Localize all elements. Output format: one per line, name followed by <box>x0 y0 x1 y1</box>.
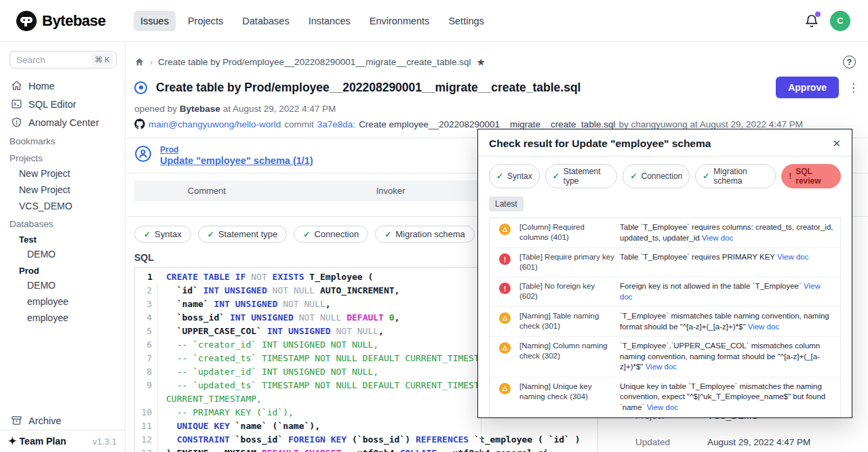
error-icon: ! <box>499 283 511 294</box>
nav-item-projects[interactable]: Projects <box>181 11 230 31</box>
sidebar-item-archive[interactable]: Archive <box>0 411 125 430</box>
check-pill-syntax[interactable]: ✓Syntax <box>134 226 191 243</box>
breadcrumb-text[interactable]: Create table by Prod/employee__202208290… <box>158 57 471 67</box>
rule-detail: Unique key in table `T_Employee` mismatc… <box>620 382 833 413</box>
projects-header: Projects <box>0 148 125 165</box>
home-icon[interactable] <box>134 57 144 67</box>
column-header-invoker: Invoker <box>279 186 502 196</box>
sidebar-item-sql-editor[interactable]: SQL Editor <box>0 95 125 113</box>
warning-icon <box>499 224 511 235</box>
stage-task-link[interactable]: Update "employee" schema (1/1) <box>160 155 313 166</box>
issue-author: Bytebase <box>180 104 220 114</box>
check-pill-connection[interactable]: ✓Connection <box>623 164 690 188</box>
updated-label: Updated <box>635 437 670 447</box>
check-result-row: ![Table] Require primary key (601)Table … <box>490 247 840 276</box>
check-pill-migration-schema[interactable]: ✓Migration schema <box>375 226 475 243</box>
check-result-row: [Naming] Table naming check (301)`T_Empl… <box>490 306 840 336</box>
error-icon: ! <box>499 253 511 265</box>
main-nav: IssuesProjectsDatabasesInstancesEnvironm… <box>134 11 491 31</box>
opened-by-line: opened by Bytebase at August 29, 2022 4:… <box>126 98 868 114</box>
commit-hash-link[interactable]: 3a7e8da: <box>317 119 355 129</box>
search-shortcut-badge: ⌘ K <box>92 54 113 66</box>
rule-name: [Table] No foreign key (602) <box>519 281 620 302</box>
close-icon[interactable]: ✕ <box>832 138 841 150</box>
check-result-row: ![Table] No foreign key (602)Foreign key… <box>490 276 840 306</box>
sql-line: 13) ENGINE = MYISAM DEFAULT CHARSET = ut… <box>135 447 597 452</box>
version-label: v1.3.1 <box>93 436 117 447</box>
topnav-right: C <box>804 11 868 31</box>
nav-item-issues[interactable]: Issues <box>134 11 176 31</box>
stage-env-link[interactable]: Prod <box>160 145 313 155</box>
check-result-list: [Column] Required columns (401)Table `T_… <box>489 218 841 418</box>
help-icon[interactable]: ? <box>843 56 856 68</box>
rule-detail: Foreign key is not allowed in the table … <box>620 281 833 302</box>
notifications-bell-icon[interactable] <box>804 14 819 28</box>
more-actions-icon[interactable]: ⋮ <box>848 85 857 91</box>
view-doc-link[interactable]: View doc <box>748 323 779 331</box>
approve-button[interactable]: Approve <box>776 77 839 98</box>
sidebar-nav: HomeSQL EditorAnomaly CenterBookmarksPro… <box>0 75 125 326</box>
issue-title: Create table by Prod/employee__202208290… <box>156 81 580 95</box>
rule-detail: `T_Employee`.`UPPER_CASE_COL` mismatches… <box>620 341 833 373</box>
commit-message: Create employee__202208290001__migrate__… <box>359 119 615 129</box>
modal-check-pills: ✓Syntax✓Statement type✓Connection✓Migrat… <box>478 157 852 188</box>
sidebar-db-item[interactable]: DEMO <box>0 246 125 262</box>
check-icon: ✓ <box>496 171 503 181</box>
check-result-modal: Check result for Update "employee" schem… <box>477 129 852 418</box>
home-icon <box>11 80 22 91</box>
sidebar-item-home[interactable]: Home <box>0 77 125 95</box>
check-pill-sql-review[interactable]: !SQL review <box>781 164 841 188</box>
modal-title: Check result for Update "employee" schem… <box>489 138 711 150</box>
rule-name: [Column] Required columns (401) <box>519 222 620 243</box>
bytebase-logo-icon <box>16 11 37 31</box>
view-doc-link[interactable]: View doc <box>647 403 678 411</box>
nav-item-environments[interactable]: Environments <box>363 11 437 31</box>
check-pill-migration-schema[interactable]: ✓Migration schema <box>695 164 776 188</box>
archive-box-icon <box>11 415 22 426</box>
check-pill-statement-type[interactable]: ✓Statement type <box>545 164 618 188</box>
commit-branch-link[interactable]: main@changyuwong/hello-world <box>149 119 281 129</box>
view-doc-link[interactable]: View doc <box>646 363 677 371</box>
sidebar-db-item[interactable]: DEMO <box>0 277 125 293</box>
warning-icon <box>499 342 511 354</box>
latest-button[interactable]: Latest <box>489 197 524 211</box>
bytebase-app: Bytebase IssuesProjectsDatabasesInstance… <box>0 0 868 452</box>
sidebar-item-anomaly-center[interactable]: Anomaly Center <box>0 113 125 131</box>
plan-footer[interactable]: ✦ Team Plan v1.3.1 <box>0 430 125 452</box>
databases-header: Databases <box>0 214 125 231</box>
rule-detail: Table `T_Employee` requires PRIMARY KEY … <box>620 252 833 272</box>
view-doc-link[interactable]: View doc <box>620 282 821 301</box>
chevron-right-icon: › <box>150 58 153 67</box>
sidebar-project-item[interactable]: New Project <box>0 165 125 182</box>
sidebar-project-item[interactable]: New Project <box>0 182 125 198</box>
brand[interactable]: Bytebase <box>0 11 125 31</box>
star-icon[interactable]: ★ <box>477 56 486 68</box>
sidebar-project-item[interactable]: VCS_DEMO <box>0 198 125 214</box>
sidebar-db-item[interactable]: employee <box>0 310 125 326</box>
rule-name: [Naming] Table naming check (301) <box>519 311 620 332</box>
brand-name: Bytebase <box>42 12 106 30</box>
view-doc-link[interactable]: View doc <box>777 253 808 261</box>
sparkle-icon: ✦ <box>8 435 17 447</box>
view-doc-link[interactable]: View doc <box>702 234 733 242</box>
user-avatar[interactable]: C <box>830 11 850 31</box>
archive-label: Archive <box>28 415 61 426</box>
shield-icon <box>11 117 22 128</box>
sql-line: 12 CONSTRAINT `boss_id` FOREIGN KEY (`bo… <box>135 433 597 447</box>
sql-line: 11 UNIQUE KEY `name` (`name`), <box>135 419 597 433</box>
search-input[interactable]: Search ⌘ K <box>9 51 117 68</box>
nav-item-settings[interactable]: Settings <box>441 11 490 31</box>
check-pill-connection[interactable]: ✓Connection <box>294 226 368 243</box>
sidebar-env-prod: Prod <box>0 262 125 277</box>
check-icon: ✓ <box>303 230 310 239</box>
check-icon: ✓ <box>384 230 391 239</box>
nav-item-databases[interactable]: Databases <box>235 11 296 31</box>
breadcrumb: › Create table by Prod/employee__2022082… <box>126 42 868 68</box>
sidebar-db-item[interactable]: employee <box>0 293 125 310</box>
check-result-row: [Naming] Unique key naming check (304)Un… <box>490 377 840 417</box>
terminal-icon <box>11 98 22 110</box>
check-pill-statement-type[interactable]: ✓Statement type <box>198 226 288 243</box>
check-icon: ✓ <box>208 230 214 239</box>
nav-item-instances[interactable]: Instances <box>302 11 357 31</box>
check-pill-syntax[interactable]: ✓Syntax <box>489 164 540 188</box>
